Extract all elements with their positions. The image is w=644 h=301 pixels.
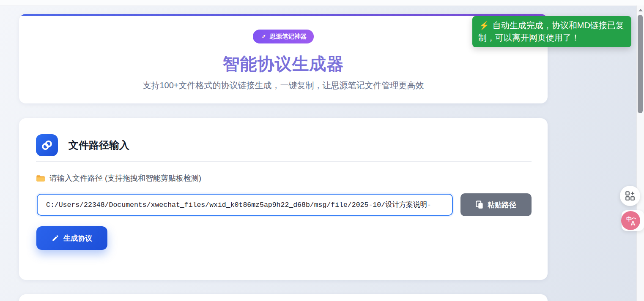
top-strip bbox=[0, 0, 644, 6]
pencil-icon bbox=[52, 234, 59, 242]
rocket-icon bbox=[260, 33, 267, 40]
path-field-label: 请输入文件路径 (支持拖拽和智能剪贴板检测) bbox=[36, 173, 201, 183]
page-title: 智能协议生成器 bbox=[19, 54, 548, 73]
clipboard-icon bbox=[476, 201, 483, 209]
gradient-top-bar bbox=[19, 14, 548, 16]
folder-icon bbox=[36, 174, 45, 182]
floating-translate-button[interactable]: 中 A bbox=[621, 211, 640, 230]
apps-sparkle-icon bbox=[625, 190, 636, 201]
app-badge-label: 思源笔记神器 bbox=[270, 33, 307, 41]
scrollbar-up-arrow-icon[interactable] bbox=[639, 9, 643, 11]
svg-text:A: A bbox=[630, 219, 635, 226]
link-icon bbox=[36, 134, 58, 156]
paste-path-button[interactable]: 粘贴路径 bbox=[460, 193, 532, 216]
generate-protocol-button[interactable]: 生成协议 bbox=[36, 226, 107, 250]
section-title: 文件路径输入 bbox=[69, 138, 129, 152]
translate-icon: 中 A bbox=[625, 215, 637, 227]
paste-path-label: 粘贴路径 bbox=[488, 200, 516, 210]
section-header: 文件路径输入 bbox=[36, 134, 129, 156]
lightning-icon: ⚡ bbox=[479, 21, 489, 30]
scrollbar-thumb[interactable] bbox=[638, 15, 643, 113]
toast-message: 自动生成完成，协议和MD链接已复制，可以离开网页使用了！ bbox=[478, 21, 624, 42]
success-toast: ⚡自动生成完成，协议和MD链接已复制，可以离开网页使用了！ bbox=[472, 16, 631, 47]
generate-protocol-label: 生成协议 bbox=[63, 233, 92, 243]
page-subtitle: 支持100+文件格式的协议链接生成，一键复制，让思源笔记文件管理更高效 bbox=[19, 80, 548, 91]
scrollbar[interactable] bbox=[636, 5, 644, 301]
floating-widgets-button[interactable] bbox=[620, 186, 640, 206]
file-path-card: 文件路径输入 请输入文件路径 (支持拖拽和智能剪贴板检测) 粘贴路径 生成协议 bbox=[19, 118, 548, 280]
app-badge: 思源笔记神器 bbox=[253, 30, 314, 43]
next-card-partial bbox=[19, 294, 548, 301]
path-field-label-text: 请输入文件路径 (支持拖拽和智能剪贴板检测) bbox=[49, 173, 201, 183]
hero-card: 思源笔记神器 智能协议生成器 支持100+文件格式的协议链接生成，一键复制，让思… bbox=[19, 14, 548, 103]
section-divider bbox=[36, 161, 532, 162]
file-path-input[interactable] bbox=[37, 194, 453, 216]
